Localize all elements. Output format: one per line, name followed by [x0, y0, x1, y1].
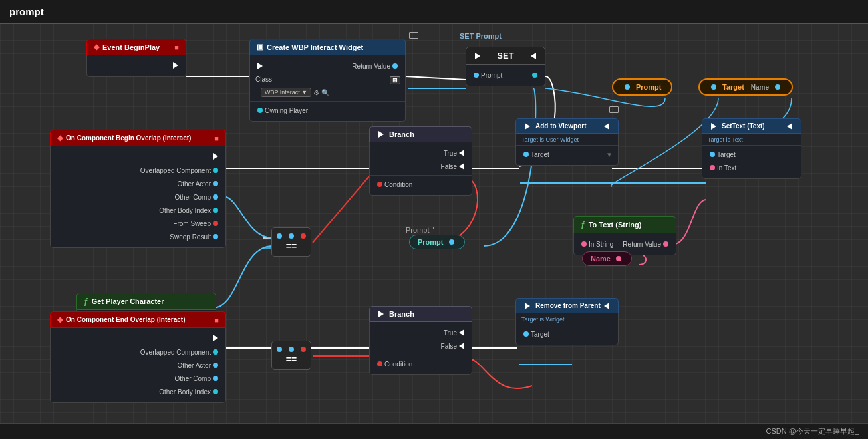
equals-node-1: ==	[271, 227, 311, 257]
set-text-header: SetText (Text)	[702, 118, 801, 134]
event-begin-play-title: Event BeginPlay	[102, 43, 160, 51]
prompt-pill-pin	[449, 239, 454, 245]
branch2-condition-pin	[377, 361, 382, 366]
branch2-condition-label: Condition	[384, 361, 412, 368]
set-title: SET	[486, 51, 525, 61]
set-text-intext-label: In Text	[717, 164, 736, 172]
branch1-true-row: True	[370, 146, 472, 160]
overlap-end-exec	[51, 332, 225, 345]
overlap-begin-title: On Component Begin Overlap (Interact)	[66, 134, 191, 142]
screen-icon-1	[409, 32, 418, 40]
bottom-bar: CSDN @今天一定早睡早起_	[0, 423, 868, 439]
bottom-credit: CSDN @今天一定早睡早起_	[766, 426, 859, 436]
prompt-pill[interactable]: Prompt	[409, 235, 465, 249]
overlap-end-comp-pin	[213, 349, 218, 355]
to-text-node[interactable]: ƒ To Text (String) In String Return Valu…	[573, 216, 676, 255]
set-prompt-out	[532, 73, 537, 78]
overlap-begin-sweepres: Sweep Result	[51, 230, 225, 243]
remove-parent-body: Target is Widget Target	[515, 313, 619, 345]
owning-player-pin	[257, 108, 263, 113]
target-variable-pill[interactable]: Target Name	[698, 78, 793, 96]
branch1-true-label: True	[444, 150, 457, 157]
set-exec-in	[475, 53, 480, 59]
set-text-target-label: Target	[717, 151, 736, 158]
remove-parent-target-label: Target	[531, 331, 549, 338]
overlap-begin-sweep: From Sweep	[51, 217, 225, 230]
set-text-subtitle: Target is Text	[702, 136, 801, 143]
overlap-begin-comp: Overlapped Component	[51, 164, 225, 177]
name-pink-label: Name	[591, 255, 611, 263]
overlap-comp-pin	[213, 168, 218, 173]
create-widget-body: Return Value Class WBP Interact ▼ ⚙ 🔍 Ow…	[249, 55, 406, 122]
overlap-comp2-pin	[213, 194, 218, 200]
remove-parent-title: Remove from Parent	[535, 302, 601, 309]
expand-icon: ▼	[606, 151, 613, 158]
return-value-pin	[392, 63, 398, 69]
to-text-instring-label: In String	[589, 241, 613, 248]
set-text-target-pin	[710, 152, 715, 157]
set-node[interactable]: SET Prompt	[466, 47, 545, 86]
overlap-sweep-pin	[213, 221, 218, 226]
branch2-header: Branch	[369, 306, 472, 322]
branch2-false-row: False	[370, 339, 472, 353]
add-viewport-target-label: Target	[531, 151, 549, 158]
overlap-begin-exec-out	[213, 153, 218, 160]
prompt-var-label: Prompt	[636, 83, 662, 91]
branch2-true-label: True	[444, 329, 457, 337]
set-text-node[interactable]: SetText (Text) Target is Text Target In …	[702, 118, 801, 179]
owning-player-label: Owning Player	[265, 107, 308, 114]
prompt-variable-pill[interactable]: Prompt	[612, 78, 672, 96]
overlap-actor-pin	[213, 181, 218, 186]
create-widget-node[interactable]: ▣ Create WBP Interact Widget ⊞ Return Va…	[249, 39, 406, 122]
target-var-name: Name	[751, 84, 769, 91]
equals-node-2: ==	[271, 341, 311, 370]
branch1-false-pin	[459, 163, 464, 170]
set-prompt-row: Prompt	[466, 69, 545, 82]
remove-parent-subtitle: Target is Widget	[516, 316, 618, 323]
overlap-end-header: ◆ On Component End Overlap (Interact) ■	[50, 311, 226, 328]
branch1-false-row: False	[370, 160, 472, 173]
remove-parent-target-row: Target	[516, 327, 618, 341]
branch1-condition-pin	[377, 182, 382, 187]
blueprint-canvas: prompt	[0, 0, 868, 439]
equals-sign-2: ==	[286, 354, 297, 365]
remove-parent-header: Remove from Parent	[515, 298, 619, 313]
set-body: Prompt	[466, 65, 545, 86]
set-text-title: SetText (Text)	[722, 122, 765, 130]
branch2-node[interactable]: Branch True False Condition	[369, 306, 472, 375]
name-pink-pill[interactable]: Name	[582, 251, 632, 266]
add-viewport-exec-in	[525, 123, 530, 130]
to-text-instring-row: In String Return Value	[574, 237, 676, 251]
canvas-title: prompt	[9, 6, 44, 17]
branch1-exec-in	[378, 131, 384, 138]
remove-parent-node[interactable]: Remove from Parent Target is Widget Targ…	[515, 298, 619, 345]
set-text-exec-out	[787, 123, 792, 130]
overlap-end-node[interactable]: ◆ On Component End Overlap (Interact) ■ …	[50, 311, 226, 403]
add-viewport-exec-out	[604, 123, 609, 130]
equals-sign-1: ==	[286, 241, 297, 251]
return-value-label: Return Value	[352, 63, 390, 70]
remove-parent-target-pin	[523, 331, 529, 337]
set-prompt-label: Prompt	[481, 72, 502, 79]
set-text-exec-in	[711, 123, 716, 130]
set-exec-out	[531, 53, 536, 59]
overlap-end-actor-pin	[213, 363, 218, 368]
overlap-begin-exec	[51, 150, 225, 164]
add-viewport-node[interactable]: Add to Viewport Target is User Widget Ta…	[515, 118, 619, 166]
eq2-in1-pin	[277, 347, 282, 352]
class-icons: ⚙ 🔍	[313, 89, 329, 96]
eq1-in1-pin	[277, 233, 282, 239]
add-viewport-target-pin	[523, 152, 529, 157]
add-viewport-header: Add to Viewport	[515, 118, 619, 134]
overlap-sweepres-pin	[213, 234, 218, 239]
to-text-return-pin	[663, 241, 668, 247]
overlap-begin-node[interactable]: ◆ On Component Begin Overlap (Interact) …	[50, 130, 226, 248]
event-begin-play-node[interactable]: ◆ Event BeginPlay ■	[86, 39, 186, 77]
event-begin-exec-out	[87, 59, 186, 73]
branch1-node[interactable]: Branch True False Condition	[369, 126, 472, 196]
create-widget-header: ▣ Create WBP Interact Widget ⊞	[249, 39, 406, 55]
branch2-true-pin	[459, 329, 464, 336]
overlap-end-body: Overlapped Component Other Actor Other C…	[50, 328, 226, 403]
remove-parent-exec-in	[525, 303, 530, 309]
class-value[interactable]: WBP Interact ▼	[261, 88, 311, 97]
